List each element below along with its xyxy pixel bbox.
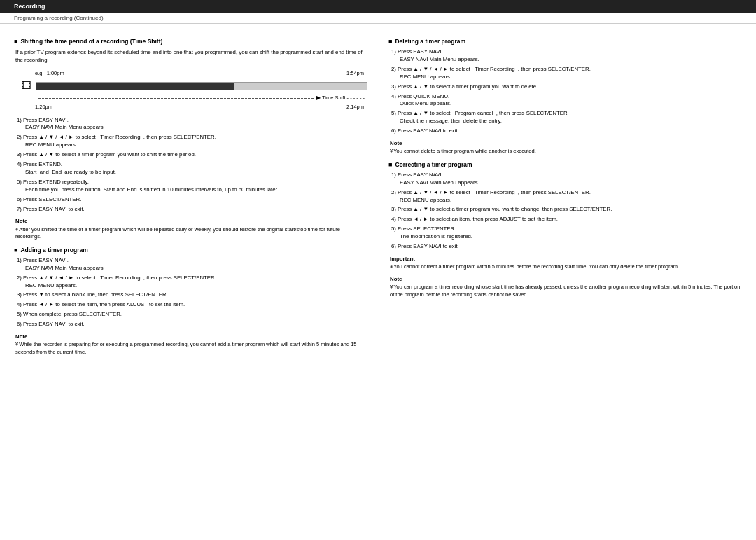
del-step-2-text: Press ▲ / ▼ / ◄ / ► to select Timer Reco…	[398, 66, 591, 72]
correct-important-title: Important	[390, 255, 742, 263]
section-add-header: Adding a timer program	[14, 247, 368, 254]
add-step-6-num: 6)	[17, 321, 23, 327]
diagram-bar-row: 🎞	[21, 78, 368, 92]
step-2-text: Press ▲ / ▼ / ◄ / ► to select Timer Reco…	[23, 134, 216, 140]
step-7: 7) Press EASY NAVI to exit.	[17, 206, 368, 214]
del-step-3-text: Press ▲ / ▼ to select a timer program yo…	[398, 83, 538, 90]
del-step-6-num: 6)	[391, 127, 398, 134]
step-3-text: Press ▲ / ▼ to select a timer program yo…	[23, 151, 196, 158]
section-correct-body: 1) Press EASY NAVI. EASY NAVI Main Menu …	[390, 172, 742, 298]
cor-step-1: 1) Press EASY NAVI. EASY NAVI Main Menu …	[391, 172, 742, 187]
add-step-5-num: 5)	[17, 311, 23, 317]
step-4-num: 4)	[17, 161, 23, 167]
add-step-4-num: 4)	[17, 301, 23, 307]
step-7-num: 7)	[17, 206, 23, 212]
add-step-2-text: Press ▲ / ▼ / ◄ / ► to select Timer Reco…	[23, 275, 216, 281]
cor-step-4: 4) Press ◄ / ► to select an item, then p…	[391, 216, 742, 223]
cor-step-2-text: Press ▲ / ▼ / ◄ / ► to select Timer Reco…	[398, 189, 591, 195]
step-2: 2) Press ▲ / ▼ / ◄ / ► to select Timer R…	[17, 134, 368, 149]
step-1-sub: EASY NAVI Main Menu appears.	[25, 124, 368, 132]
bottom-label-end: 2:14pm	[346, 104, 364, 111]
del-step-4-sub: Quick Menu appears.	[400, 100, 742, 108]
section-add-body: 1) Press EASY NAVI. EASY NAVI Main Menu …	[15, 257, 368, 356]
shift-steps: 1) Press EASY NAVI. EASY NAVI Main Menu …	[17, 117, 368, 214]
section-shift-title: Shifting the time period of a recording …	[20, 38, 162, 45]
subheader: Programing a recording (Continued)	[0, 13, 756, 24]
diagram-bottom-labels: 1:20pm 2:14pm	[21, 104, 368, 111]
add-step-5-text: When complete, press SELECT/ENTER.	[23, 311, 122, 317]
section-shift-header: Shifting the time period of a recording …	[14, 38, 368, 45]
left-column: Shifting the time period of a recording …	[14, 38, 368, 361]
del-step-2: 2) Press ▲ / ▼ / ◄ / ► to select Timer R…	[391, 66, 742, 81]
cor-step-4-num: 4)	[391, 216, 398, 222]
add-step-2: 2) Press ▲ / ▼ / ◄ / ► to select Timer R…	[17, 275, 368, 290]
cor-step-6-num: 6)	[391, 243, 398, 249]
correct-steps: 1) Press EASY NAVI. EASY NAVI Main Menu …	[391, 172, 742, 251]
step-5-num: 5)	[17, 179, 23, 185]
section-delete-body: 1) Press EASY NAVI. EASY NAVI Main Menu …	[390, 48, 742, 155]
bottom-label-start: 1:20pm	[35, 104, 52, 111]
step-6: 6) Press SELECT/ENTER.	[17, 196, 368, 204]
delete-note-text: You cannot delete a timer program while …	[390, 148, 742, 155]
top-label-end: 1:54pm	[346, 70, 364, 78]
add-steps: 1) Press EASY NAVI. EASY NAVI Main Menu …	[17, 257, 368, 328]
delete-note-title: Note	[390, 139, 742, 147]
del-step-3: 3) Press ▲ / ▼ to select a timer program…	[391, 83, 742, 91]
add-step-4-text: Press ◄ / ► to select the item, then pre…	[23, 301, 185, 307]
content-area: Shifting the time period of a recording …	[0, 31, 756, 368]
time-shift-diagram: e.g. 1:00pm 1:54pm 🎞 ▶ Time Shift - - - …	[21, 70, 368, 111]
tape-icon: 🎞	[21, 78, 31, 92]
correct-important-text: You cannot correct a timer program withi…	[390, 263, 742, 271]
add-step-5: 5) When complete, press SELECT/ENTER.	[17, 311, 368, 319]
shift-note-title: Note	[15, 217, 368, 225]
delete-note: Note You cannot delete a timer program w…	[390, 139, 742, 155]
correct-note2-title: Note	[390, 275, 742, 283]
add-step-2-sub: REC MENU appears.	[25, 282, 368, 290]
section-correct-header: Correcting a timer program	[388, 161, 742, 168]
arrow-row: ▶ Time Shift - - - - - -	[38, 95, 368, 102]
shift-note-text: After you shifted the time of a timer pr…	[15, 226, 368, 241]
dashed-left	[38, 98, 314, 99]
shift-note: Note After you shifted the time of a tim…	[15, 217, 368, 240]
cor-step-5-num: 5)	[391, 226, 398, 232]
cor-step-1-sub: EASY NAVI Main Menu appears.	[400, 179, 742, 187]
cor-step-6: 6) Press EASY NAVI to exit.	[391, 243, 742, 251]
section-add-title: Adding a timer program	[20, 247, 88, 254]
step-2-sub: REC MENU appears.	[25, 141, 368, 149]
section-delete-header: Deleting a timer program	[388, 38, 742, 45]
del-step-4-num: 4)	[391, 93, 398, 99]
cor-step-2-num: 2)	[391, 189, 398, 195]
section-shift-body: If a prior TV program extends beyond its…	[15, 48, 368, 241]
section-delete-title: Deleting a timer program	[395, 38, 465, 45]
step-1-text: Press EASY NAVI.	[23, 117, 69, 123]
del-step-4: 4) Press QUICK MENU. Quick Menu appears.	[391, 93, 742, 109]
header-bar: Recording	[0, 0, 756, 13]
subtitle-text: Programing a recording (Continued)	[14, 15, 104, 21]
add-note-title: Note	[15, 333, 368, 340]
add-step-1-num: 1)	[17, 257, 23, 263]
del-step-1-num: 1)	[391, 48, 398, 55]
add-step-2-num: 2)	[17, 275, 23, 281]
del-step-2-num: 2)	[391, 66, 398, 72]
diagram-top-labels: e.g. 1:00pm 1:54pm	[21, 70, 368, 78]
delete-steps: 1) Press EASY NAVI. EASY NAVI Main Menu …	[391, 48, 742, 135]
cor-step-2-sub: REC MENU appears.	[400, 197, 742, 205]
top-label-start: e.g. 1:00pm	[35, 70, 64, 78]
add-step-1-sub: EASY NAVI Main Menu appears.	[25, 265, 368, 272]
cor-step-6-text: Press EASY NAVI to exit.	[398, 243, 459, 249]
cor-step-3-num: 3)	[391, 206, 398, 212]
del-step-1: 1) Press EASY NAVI. EASY NAVI Main Menu …	[391, 48, 742, 64]
add-step-1: 1) Press EASY NAVI. EASY NAVI Main Menu …	[17, 257, 368, 272]
step-4: 4) Press EXTEND. Start and End are ready…	[17, 161, 368, 176]
step-1-num: 1)	[17, 117, 23, 123]
time-bar-fill	[36, 83, 234, 90]
step-1: 1) Press EASY NAVI. EASY NAVI Main Menu …	[17, 117, 368, 132]
step-5-sub: Each time you press the button, Start an…	[25, 186, 368, 194]
step-2-num: 2)	[17, 134, 23, 140]
cor-step-4-text: Press ◄ / ► to select an item, then pres…	[398, 216, 558, 222]
add-step-3-text: Press ▼ to select a blank line, then pre…	[23, 291, 168, 298]
right-column: Deleting a timer program 1) Press EASY N…	[388, 38, 742, 361]
add-step-4: 4) Press ◄ / ► to select the item, then …	[17, 301, 368, 309]
step-4-sub: Start and End are ready to be input.	[25, 169, 368, 176]
step-3: 3) Press ▲ / ▼ to select a timer program…	[17, 151, 368, 159]
